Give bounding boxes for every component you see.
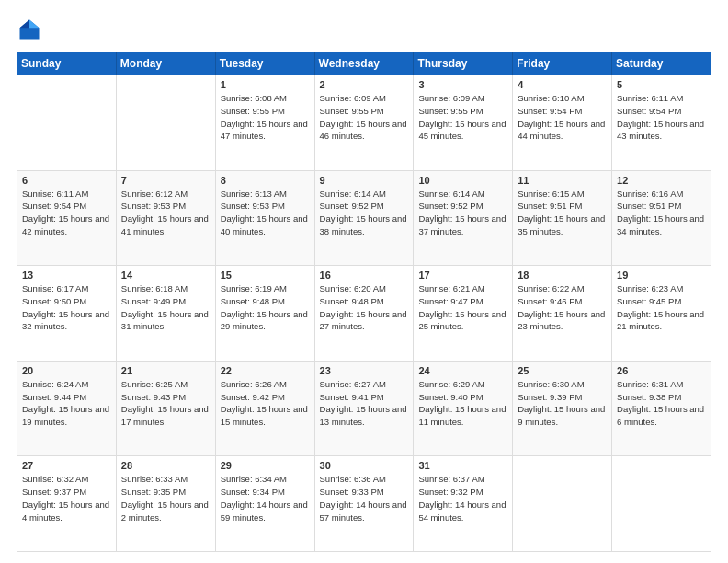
day-info: Sunrise: 6:20 AM Sunset: 9:48 PM Dayligh… <box>320 282 409 333</box>
calendar-cell: 16Sunrise: 6:20 AM Sunset: 9:48 PM Dayli… <box>314 266 414 362</box>
day-info: Sunrise: 6:18 AM Sunset: 9:49 PM Dayligh… <box>121 282 210 333</box>
day-number: 31 <box>418 460 507 471</box>
day-number: 18 <box>518 270 607 281</box>
calendar-cell <box>116 75 215 171</box>
day-number: 11 <box>518 175 607 186</box>
day-number: 12 <box>617 175 706 186</box>
svg-marker-1 <box>29 20 40 29</box>
day-number: 17 <box>418 270 507 281</box>
day-info: Sunrise: 6:32 AM Sunset: 9:37 PM Dayligh… <box>22 473 111 523</box>
calendar-cell: 5Sunrise: 6:11 AM Sunset: 9:54 PM Daylig… <box>612 75 711 171</box>
day-number: 13 <box>22 270 111 281</box>
calendar-cell <box>513 456 612 552</box>
day-info: Sunrise: 6:36 AM Sunset: 9:33 PM Dayligh… <box>320 473 409 523</box>
day-info: Sunrise: 6:19 AM Sunset: 9:48 PM Dayligh… <box>221 282 310 333</box>
day-number: 5 <box>617 79 706 90</box>
day-info: Sunrise: 6:25 AM Sunset: 9:43 PM Dayligh… <box>121 378 210 429</box>
calendar-cell: 21Sunrise: 6:25 AM Sunset: 9:43 PM Dayli… <box>116 361 215 456</box>
calendar-header-row: Sunday Monday Tuesday Wednesday Thursday… <box>17 52 711 75</box>
col-thursday: Thursday <box>414 52 513 75</box>
day-info: Sunrise: 6:31 AM Sunset: 9:38 PM Dayligh… <box>617 378 706 429</box>
calendar-cell: 30Sunrise: 6:36 AM Sunset: 9:33 PM Dayli… <box>314 456 414 552</box>
calendar-cell: 23Sunrise: 6:27 AM Sunset: 9:41 PM Dayli… <box>314 361 414 456</box>
calendar-cell: 1Sunrise: 6:08 AM Sunset: 9:55 PM Daylig… <box>215 75 314 171</box>
day-number: 16 <box>320 270 409 281</box>
day-number: 6 <box>22 175 111 186</box>
day-info: Sunrise: 6:17 AM Sunset: 9:50 PM Dayligh… <box>22 282 111 333</box>
col-sunday: Sunday <box>17 52 117 75</box>
day-number: 30 <box>320 460 409 471</box>
calendar-cell: 26Sunrise: 6:31 AM Sunset: 9:38 PM Dayli… <box>612 361 711 456</box>
day-number: 1 <box>221 79 310 90</box>
calendar-cell: 6Sunrise: 6:11 AM Sunset: 9:54 PM Daylig… <box>17 170 117 266</box>
day-info: Sunrise: 6:27 AM Sunset: 9:41 PM Dayligh… <box>320 378 409 429</box>
day-info: Sunrise: 6:24 AM Sunset: 9:44 PM Dayligh… <box>22 378 111 429</box>
col-wednesday: Wednesday <box>314 52 414 75</box>
calendar-cell: 25Sunrise: 6:30 AM Sunset: 9:39 PM Dayli… <box>513 361 612 456</box>
calendar-cell: 28Sunrise: 6:33 AM Sunset: 9:35 PM Dayli… <box>116 456 215 552</box>
calendar-cell: 24Sunrise: 6:29 AM Sunset: 9:40 PM Dayli… <box>414 361 513 456</box>
day-number: 2 <box>320 79 409 90</box>
calendar-week-row: 13Sunrise: 6:17 AM Sunset: 9:50 PM Dayli… <box>17 266 711 362</box>
day-number: 29 <box>221 460 310 471</box>
header <box>17 17 711 42</box>
day-number: 22 <box>221 365 310 376</box>
col-tuesday: Tuesday <box>215 52 314 75</box>
calendar-cell: 2Sunrise: 6:09 AM Sunset: 9:55 PM Daylig… <box>314 75 414 171</box>
day-number: 15 <box>221 270 310 281</box>
calendar-cell: 13Sunrise: 6:17 AM Sunset: 9:50 PM Dayli… <box>17 266 117 362</box>
calendar-cell: 14Sunrise: 6:18 AM Sunset: 9:49 PM Dayli… <box>116 266 215 362</box>
day-info: Sunrise: 6:08 AM Sunset: 9:55 PM Dayligh… <box>221 92 310 143</box>
calendar-week-row: 27Sunrise: 6:32 AM Sunset: 9:37 PM Dayli… <box>17 456 711 552</box>
day-number: 8 <box>221 175 310 186</box>
day-info: Sunrise: 6:15 AM Sunset: 9:51 PM Dayligh… <box>518 188 607 238</box>
calendar-cell: 15Sunrise: 6:19 AM Sunset: 9:48 PM Dayli… <box>215 266 314 362</box>
day-info: Sunrise: 6:09 AM Sunset: 9:55 PM Dayligh… <box>418 92 507 143</box>
day-info: Sunrise: 6:09 AM Sunset: 9:55 PM Dayligh… <box>320 92 409 143</box>
calendar-cell: 22Sunrise: 6:26 AM Sunset: 9:42 PM Dayli… <box>215 361 314 456</box>
day-number: 4 <box>518 79 607 90</box>
day-number: 10 <box>418 175 507 186</box>
day-number: 23 <box>320 365 409 376</box>
calendar-cell: 31Sunrise: 6:37 AM Sunset: 9:32 PM Dayli… <box>414 456 513 552</box>
calendar-week-row: 6Sunrise: 6:11 AM Sunset: 9:54 PM Daylig… <box>17 170 711 266</box>
day-number: 19 <box>617 270 706 281</box>
calendar-cell: 18Sunrise: 6:22 AM Sunset: 9:46 PM Dayli… <box>513 266 612 362</box>
calendar-cell: 19Sunrise: 6:23 AM Sunset: 9:45 PM Dayli… <box>612 266 711 362</box>
day-number: 27 <box>22 460 111 471</box>
day-info: Sunrise: 6:29 AM Sunset: 9:40 PM Dayligh… <box>418 378 507 429</box>
calendar-week-row: 20Sunrise: 6:24 AM Sunset: 9:44 PM Dayli… <box>17 361 711 456</box>
col-monday: Monday <box>116 52 215 75</box>
day-number: 3 <box>418 79 507 90</box>
col-saturday: Saturday <box>612 52 711 75</box>
day-info: Sunrise: 6:12 AM Sunset: 9:53 PM Dayligh… <box>121 188 210 238</box>
logo <box>17 17 46 42</box>
day-number: 7 <box>121 175 210 186</box>
day-info: Sunrise: 6:37 AM Sunset: 9:32 PM Dayligh… <box>418 473 507 523</box>
calendar-cell: 17Sunrise: 6:21 AM Sunset: 9:47 PM Dayli… <box>414 266 513 362</box>
calendar-cell: 8Sunrise: 6:13 AM Sunset: 9:53 PM Daylig… <box>215 170 314 266</box>
page: Sunday Monday Tuesday Wednesday Thursday… <box>0 0 728 563</box>
day-number: 24 <box>418 365 507 376</box>
calendar-cell <box>17 75 117 171</box>
day-info: Sunrise: 6:13 AM Sunset: 9:53 PM Dayligh… <box>221 188 310 238</box>
calendar-cell: 27Sunrise: 6:32 AM Sunset: 9:37 PM Dayli… <box>17 456 117 552</box>
day-info: Sunrise: 6:11 AM Sunset: 9:54 PM Dayligh… <box>22 188 111 238</box>
day-info: Sunrise: 6:22 AM Sunset: 9:46 PM Dayligh… <box>518 282 607 333</box>
day-info: Sunrise: 6:14 AM Sunset: 9:52 PM Dayligh… <box>418 188 507 238</box>
calendar-week-row: 1Sunrise: 6:08 AM Sunset: 9:55 PM Daylig… <box>17 75 711 171</box>
day-info: Sunrise: 6:16 AM Sunset: 9:51 PM Dayligh… <box>617 188 706 238</box>
logo-icon <box>17 17 42 42</box>
calendar-cell: 3Sunrise: 6:09 AM Sunset: 9:55 PM Daylig… <box>414 75 513 171</box>
calendar-cell: 12Sunrise: 6:16 AM Sunset: 9:51 PM Dayli… <box>612 170 711 266</box>
day-number: 14 <box>121 270 210 281</box>
calendar-cell: 10Sunrise: 6:14 AM Sunset: 9:52 PM Dayli… <box>414 170 513 266</box>
calendar-cell: 29Sunrise: 6:34 AM Sunset: 9:34 PM Dayli… <box>215 456 314 552</box>
calendar-cell: 9Sunrise: 6:14 AM Sunset: 9:52 PM Daylig… <box>314 170 414 266</box>
day-info: Sunrise: 6:30 AM Sunset: 9:39 PM Dayligh… <box>518 378 607 429</box>
calendar-cell: 4Sunrise: 6:10 AM Sunset: 9:54 PM Daylig… <box>513 75 612 171</box>
day-info: Sunrise: 6:14 AM Sunset: 9:52 PM Dayligh… <box>320 188 409 238</box>
day-info: Sunrise: 6:10 AM Sunset: 9:54 PM Dayligh… <box>518 92 607 143</box>
day-info: Sunrise: 6:21 AM Sunset: 9:47 PM Dayligh… <box>418 282 507 333</box>
calendar-table: Sunday Monday Tuesday Wednesday Thursday… <box>17 52 711 552</box>
